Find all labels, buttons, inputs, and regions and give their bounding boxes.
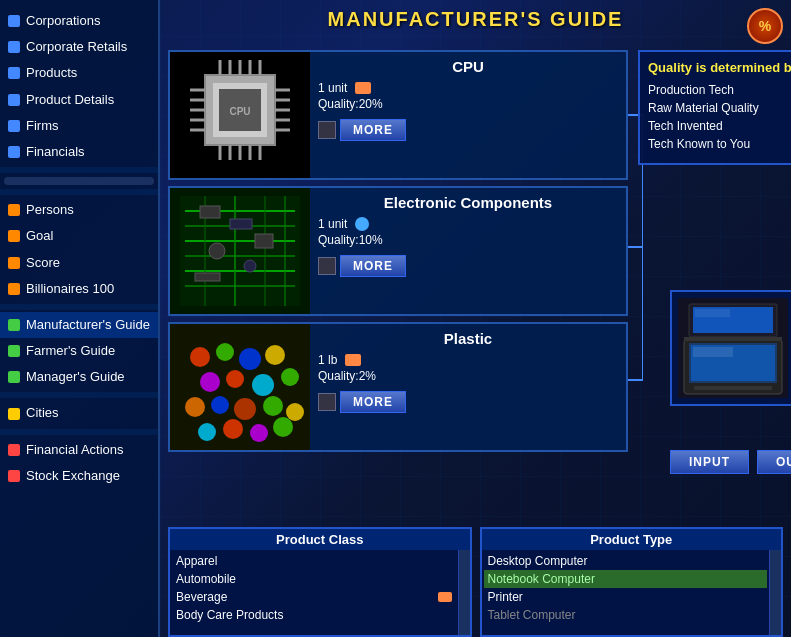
- main-area: MANUFACTURER'S GUIDE % CPU: [160, 0, 791, 637]
- sidebar-label-cities: Cities: [26, 404, 59, 422]
- cpu-name: CPU: [318, 58, 618, 75]
- cpu-info: CPU 1 unit Quality:20% MORE: [310, 52, 626, 178]
- sidebar-item-billionaires[interactable]: Billionaires 100: [0, 276, 158, 302]
- list-item-printer[interactable]: Printer: [484, 588, 768, 606]
- cpu-quantity: 1 unit: [318, 81, 618, 95]
- sidebar-item-persons[interactable]: Persons: [0, 197, 158, 223]
- product-type-scrollbar[interactable]: [769, 550, 781, 635]
- ec-checkbox[interactable]: [318, 257, 336, 275]
- svg-rect-66: [693, 347, 733, 357]
- sidebar-label-firms: Firms: [26, 117, 59, 135]
- sidebar-item-corporate-retails[interactable]: Corporate Retails: [0, 34, 158, 60]
- cpu-actions: MORE: [318, 119, 618, 141]
- input-button[interactable]: INPUT: [670, 450, 749, 474]
- svg-rect-37: [255, 234, 273, 248]
- cpu-quality: Quality:20%: [318, 97, 618, 111]
- sidebar-item-product-details[interactable]: Product Details: [0, 87, 158, 113]
- svg-text:CPU: CPU: [229, 106, 250, 117]
- plastic-info: Plastic 1 lb Quality:2% MORE: [310, 324, 626, 450]
- sidebar-label-score: Score: [26, 254, 60, 272]
- list-item-body-care[interactable]: Body Care Products: [172, 606, 456, 624]
- sidebar-item-score[interactable]: Score: [0, 250, 158, 276]
- product-type-list: Desktop Computer Notebook Computer Print…: [482, 550, 770, 635]
- output-panel: Notebook Computer Computer 1 unit 20%: [670, 290, 791, 406]
- product-class-scrollbar[interactable]: [458, 550, 470, 635]
- cpu-chip-svg: CPU: [175, 55, 305, 175]
- sidebar-item-financial-actions[interactable]: Financial Actions: [0, 437, 158, 463]
- plastic-name: Plastic: [318, 330, 618, 347]
- svg-point-46: [226, 370, 244, 388]
- sidebar-label-persons: Persons: [26, 201, 74, 219]
- sidebar-item-corporations[interactable]: Corporations: [0, 8, 158, 34]
- list-item-automobile[interactable]: Automobile: [172, 570, 456, 588]
- notebook-svg: [679, 299, 787, 397]
- sidebar-label-billionaires: Billionaires 100: [26, 280, 114, 298]
- sidebar-label-financials: Financials: [26, 143, 85, 161]
- sidebar-label-financial-actions: Financial Actions: [26, 441, 124, 459]
- plastic-more-button[interactable]: MORE: [340, 391, 406, 413]
- cpu-checkbox[interactable]: [318, 121, 336, 139]
- quality-row-prod-tech: Production Tech 68%: [648, 83, 791, 97]
- sidebar-item-stock-exchange[interactable]: Stock Exchange: [0, 463, 158, 489]
- bottom-panels: Product Class Apparel Automobile Beverag…: [168, 527, 783, 637]
- output-button[interactable]: OUTPUT: [757, 450, 791, 474]
- ec-more-button[interactable]: MORE: [340, 255, 406, 277]
- quality-panel: Quality is determined by: Production Tec…: [638, 50, 791, 165]
- svg-point-57: [273, 417, 293, 437]
- corporations-dot: [8, 15, 20, 27]
- products-dot: [8, 67, 20, 79]
- svg-point-51: [234, 398, 256, 420]
- plastic-checkbox[interactable]: [318, 393, 336, 411]
- truck-icon-plastic: [345, 354, 361, 366]
- sidebar-item-manager-guide[interactable]: Manager's Guide: [0, 364, 158, 390]
- ec-name: Electronic Components: [318, 194, 618, 211]
- cpu-more-button[interactable]: MORE: [340, 119, 406, 141]
- list-item-notebook[interactable]: Notebook Computer: [484, 570, 768, 588]
- manager-guide-dot: [8, 371, 20, 383]
- sidebar-item-goal[interactable]: Goal: [0, 223, 158, 249]
- input-card-ec: Electronic Components 1 unit Quality:10%…: [168, 186, 628, 316]
- sidebar-item-financials[interactable]: Financials: [0, 139, 158, 165]
- svg-point-39: [244, 260, 256, 272]
- svg-rect-71: [684, 337, 782, 341]
- input-card-plastic: Plastic 1 lb Quality:2% MORE: [168, 322, 628, 452]
- svg-rect-40: [195, 273, 220, 281]
- sidebar-item-manufacturer-guide[interactable]: Manufacturer's Guide: [0, 312, 158, 338]
- svg-point-53: [286, 403, 304, 421]
- svg-point-50: [211, 396, 229, 414]
- svg-rect-70: [695, 309, 730, 317]
- sidebar-item-firms[interactable]: Firms: [0, 113, 158, 139]
- sidebar-item-products[interactable]: Products: [0, 60, 158, 86]
- cpu-image: CPU: [170, 52, 310, 178]
- sidebar: Corporations Corporate Retails Products …: [0, 0, 160, 637]
- list-item-tablet[interactable]: Tablet Computer: [484, 606, 768, 624]
- prod-tech-label: Production Tech: [648, 83, 734, 97]
- sidebar-scroll-1[interactable]: [4, 177, 154, 185]
- tech-known-label: Tech Known to You: [648, 137, 750, 151]
- svg-rect-35: [200, 206, 220, 218]
- ec-image: [170, 188, 310, 314]
- svg-point-48: [281, 368, 299, 386]
- plastic-svg: [175, 327, 305, 447]
- quality-title: Quality is determined by:: [648, 60, 791, 75]
- quality-row-raw-mat: Raw Material Quality 32%: [648, 101, 791, 115]
- product-type-title: Product Type: [482, 529, 782, 550]
- inputs-panel: CPU: [168, 50, 628, 458]
- sidebar-item-farmer-guide[interactable]: Farmer's Guide: [0, 338, 158, 364]
- ec-quality: Quality:10%: [318, 233, 618, 247]
- sidebar-divider-1: [0, 167, 158, 173]
- goal-dot: [8, 230, 20, 242]
- list-item-desktop[interactable]: Desktop Computer: [484, 552, 768, 570]
- svg-rect-36: [230, 219, 252, 229]
- score-dot: [8, 257, 20, 269]
- list-item-beverage[interactable]: Beverage: [172, 588, 456, 606]
- list-item-apparel[interactable]: Apparel: [172, 552, 456, 570]
- svg-rect-24: [180, 196, 300, 306]
- svg-rect-67: [694, 386, 772, 390]
- plastic-actions: MORE: [318, 391, 618, 413]
- ec-actions: MORE: [318, 255, 618, 277]
- sidebar-item-cities[interactable]: Cities: [0, 400, 158, 426]
- percent-button[interactable]: %: [747, 8, 783, 44]
- persons-dot: [8, 204, 20, 216]
- product-class-panel: Product Class Apparel Automobile Beverag…: [168, 527, 472, 637]
